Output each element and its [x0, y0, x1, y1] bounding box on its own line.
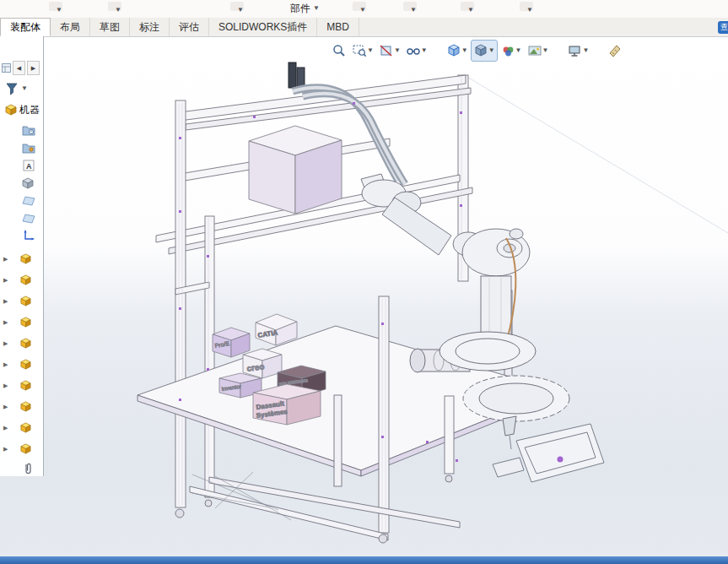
paperclip-icon — [22, 462, 34, 476]
part-icon — [20, 338, 31, 349]
commandmanager-tab-bar: 装配体 布局 草图 标注 评估 SOLIDWORKS插件 MBD — [0, 18, 728, 37]
annotation-letter: A — [26, 162, 32, 171]
expander-icon[interactable]: ▶ — [3, 340, 13, 347]
expander-icon[interactable]: ▶ — [3, 446, 13, 453]
expander-icon[interactable]: ▶ — [3, 382, 13, 389]
dropdown-caret-icon[interactable]: ▼ — [359, 7, 366, 14]
assembly-icon — [5, 104, 17, 116]
component-item[interactable]: ▶ — [0, 417, 43, 438]
part-icon — [20, 253, 31, 264]
dropdown-caret-icon[interactable]: ▼ — [56, 7, 62, 14]
scene-edge — [466, 76, 728, 233]
component-item[interactable]: ▶ — [0, 312, 43, 333]
dropdown-caret-icon[interactable]: ▼ — [21, 85, 28, 92]
dropdown-caret-icon[interactable]: ▼ — [410, 7, 417, 14]
panel-tab-strip: ◀ ▶ — [2, 61, 43, 75]
expander-icon[interactable]: ▶ — [3, 298, 13, 305]
expander-icon[interactable]: ▶ — [3, 256, 13, 263]
assembly-model[interactable]: CATIA Pro/E creo SOLIDWORKS Inventor Das… — [0, 37, 728, 557]
part-icon — [20, 443, 31, 454]
tab-sketch[interactable]: 草图 — [90, 18, 130, 36]
tree-system-rows: A — [0, 121, 43, 245]
featuremanager-panel: ◀ ▶ ▼ 机器 — [0, 36, 44, 476]
design-tree-icon[interactable] — [2, 63, 11, 73]
panel-back-button[interactable]: ◀ — [13, 61, 25, 75]
part-icon — [20, 359, 31, 370]
graphics-viewport[interactable]: ▼ ▼ ▼ ▼ — [0, 36, 728, 557]
tab-layout[interactable]: 布局 — [51, 18, 90, 36]
tab-annotation[interactable]: 标注 — [130, 18, 170, 36]
expander-icon[interactable]: ▶ — [3, 277, 13, 284]
component-item[interactable]: ▶ — [0, 354, 43, 375]
search-icon[interactable]: 查 — [718, 21, 728, 34]
assembly-root-label: 机器 — [19, 103, 40, 117]
command-toolbar-partial: ▼ ▼ ▼ 部件 ▼ ▼ ▼ ▼ ▼ — [0, 0, 728, 18]
origin-icon — [22, 230, 35, 242]
tree-item-solid-bodies[interactable] — [0, 174, 43, 192]
part-icon — [20, 317, 31, 328]
component-item[interactable]: ▶ — [0, 375, 43, 396]
dropdown-caret-icon[interactable]: ▼ — [526, 7, 533, 14]
dropdown-caret-icon[interactable]: ▼ — [115, 7, 121, 14]
plane-icon — [22, 196, 35, 206]
search-partial[interactable]: 查 — [718, 19, 728, 35]
part-icon — [20, 401, 31, 412]
base-rails[interactable] — [175, 472, 460, 543]
tree-item-mates[interactable] — [22, 462, 43, 480]
component-item[interactable]: ▶ — [0, 333, 43, 354]
insert-component-button[interactable]: 部件 ▼ — [290, 2, 320, 15]
tree-item-sensors[interactable] — [0, 138, 43, 156]
tab-mbd[interactable]: MBD — [317, 18, 359, 36]
filter-funnel-icon — [5, 82, 19, 95]
component-item[interactable]: ▶ — [0, 396, 43, 417]
expander-icon[interactable]: ▶ — [3, 361, 13, 368]
dropdown-caret-icon[interactable]: ▼ — [467, 7, 474, 14]
annotations-icon: A — [22, 160, 35, 171]
tree-filter[interactable]: ▼ — [5, 81, 43, 96]
expander-icon[interactable]: ▶ — [3, 425, 13, 431]
history-folder-icon — [22, 124, 35, 136]
tree-item-origin[interactable] — [0, 227, 43, 245]
solid-bodies-icon — [22, 177, 34, 189]
tree-item-front-plane[interactable] — [0, 192, 43, 209]
component-item[interactable]: ▶ — [0, 269, 43, 290]
part-icon — [20, 422, 31, 433]
sensors-folder-icon — [22, 142, 35, 154]
expander-icon[interactable]: ▶ — [3, 404, 13, 410]
large-box[interactable] — [249, 126, 342, 214]
tree-item-top-plane[interactable] — [0, 209, 43, 227]
tab-evaluate[interactable]: 评估 — [170, 18, 209, 36]
plane-icon — [22, 214, 35, 224]
dropdown-caret-icon[interactable]: ▼ — [313, 5, 320, 12]
expander-icon[interactable]: ▶ — [3, 319, 13, 326]
part-icon — [20, 296, 31, 306]
status-bar — [0, 556, 728, 564]
part-icon — [20, 274, 31, 285]
tree-component-rows: ▶ ▶ ▶ ▶ ▶ ▶ ▶ ▶ ▶ ▶ — [0, 248, 43, 459]
part-icon — [20, 380, 31, 391]
component-item[interactable]: ▶ — [0, 248, 43, 269]
tab-solidworks-addins[interactable]: SOLIDWORKS插件 — [209, 18, 317, 36]
component-item[interactable]: ▶ — [0, 438, 43, 459]
panel-forward-button[interactable]: ▶ — [27, 61, 40, 75]
insert-component-label: 部件 — [290, 2, 310, 16]
tree-item-history[interactable] — [0, 121, 43, 138]
tree-item-annotations[interactable]: A — [0, 156, 43, 174]
component-item[interactable]: ▶ — [0, 290, 43, 312]
tab-assembly[interactable]: 装配体 — [0, 18, 51, 36]
assembly-root-item[interactable]: 机器 — [5, 103, 43, 117]
dropdown-caret-icon[interactable]: ▼ — [237, 7, 244, 14]
